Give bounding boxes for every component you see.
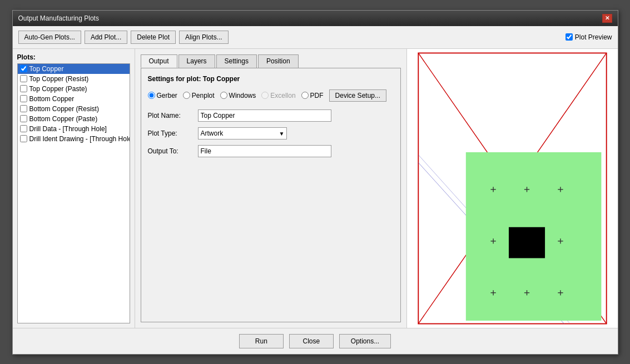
plot-type-row: Plot Type: Artwork Drill Fabrication ▼	[148, 127, 394, 139]
bottom-buttons: Run Close Options...	[13, 328, 618, 354]
delete-plot-button[interactable]: Delete Plot	[131, 31, 176, 44]
svg-rect-23	[508, 227, 544, 258]
windows-radio-label[interactable]: Windows	[220, 92, 256, 99]
add-plot-button[interactable]: Add Plot...	[85, 31, 127, 44]
plot-name-row: Plot Name:	[148, 109, 394, 122]
penplot-radio[interactable]	[183, 92, 190, 99]
left-panel: Plots: Top CopperTop Copper (Resist)Top …	[13, 49, 135, 328]
excellon-label: Excellon	[270, 92, 295, 99]
plot-item-label: Top Copper	[29, 65, 64, 73]
plot-type-select[interactable]: Artwork Drill Fabrication	[198, 127, 287, 139]
plots-list: Top CopperTop Copper (Resist)Top Copper …	[17, 63, 130, 323]
run-button[interactable]: Run	[239, 334, 284, 348]
tab-layers[interactable]: Layers	[178, 54, 215, 68]
plot-list-item[interactable]: Bottom Copper (Paste)	[18, 114, 130, 124]
plot-list-item[interactable]: Bottom Copper (Resist)	[18, 104, 130, 114]
window-title: Output Manufacturing Plots	[18, 14, 99, 22]
plot-name-label: Plot Name:	[148, 112, 198, 119]
plot-list-item[interactable]: Bottom Copper	[18, 94, 130, 104]
plot-item-label: Bottom Copper (Resist)	[29, 105, 99, 113]
plot-preview-checkbox[interactable]	[565, 33, 573, 41]
toolbar: Auto-Gen Plots... Add Plot... Delete Plo…	[13, 26, 618, 49]
plots-label: Plots:	[17, 53, 130, 61]
plot-preview-area: Plot Preview	[565, 33, 612, 41]
plot-list-item[interactable]: Top Copper	[18, 64, 130, 74]
autogen-plots-button[interactable]: Auto-Gen Plots...	[18, 31, 81, 44]
plot-name-input[interactable]	[198, 109, 331, 122]
windows-label: Windows	[229, 92, 256, 99]
penplot-radio-label[interactable]: Penplot	[183, 92, 215, 99]
plot-preview-label: Plot Preview	[575, 33, 612, 41]
tab-settings[interactable]: Settings	[216, 54, 257, 68]
plot-item-checkbox[interactable]	[20, 125, 27, 132]
plot-item-label: Top Copper (Paste)	[29, 85, 87, 93]
plot-item-label: Drill Ident Drawing - [Through Hole	[29, 135, 130, 143]
options-button[interactable]: Options...	[339, 334, 391, 348]
output-to-label: Output To:	[148, 147, 198, 155]
plot-list-item[interactable]: Top Copper (Paste)	[18, 84, 130, 94]
preview-panel	[406, 49, 618, 328]
plot-list-item[interactable]: Top Copper (Resist)	[18, 74, 130, 84]
format-radio-group: Gerber Penplot Windows Excellon	[148, 89, 394, 102]
center-panel: Output Layers Settings Position Settings…	[135, 49, 406, 328]
windows-radio[interactable]	[220, 92, 227, 99]
close-button[interactable]: Close	[289, 334, 334, 348]
plot-type-select-wrapper: Artwork Drill Fabrication ▼	[198, 127, 287, 139]
settings-for-label: Settings for plot: Top Copper	[148, 75, 394, 83]
plot-item-label: Drill Data - [Through Hole]	[29, 125, 107, 133]
gerber-radio-label[interactable]: Gerber	[148, 92, 177, 99]
plot-item-checkbox[interactable]	[20, 105, 27, 112]
gerber-radio[interactable]	[148, 92, 155, 99]
output-to-row: Output To:	[148, 145, 394, 157]
align-plots-button[interactable]: Align Plots...	[179, 31, 229, 44]
main-content: Plots: Top CopperTop Copper (Resist)Top …	[13, 49, 618, 328]
preview-svg	[407, 49, 618, 328]
tabs-bar: Output Layers Settings Position	[141, 54, 401, 68]
plot-list-item[interactable]: Drill Ident Drawing - [Through Hole	[18, 134, 130, 144]
tab-output[interactable]: Output	[141, 54, 177, 68]
pdf-radio-label[interactable]: PDF	[301, 92, 324, 99]
plot-item-checkbox[interactable]	[20, 75, 27, 82]
main-window: Output Manufacturing Plots ✕ Auto-Gen Pl…	[12, 10, 618, 355]
plot-item-label: Bottom Copper	[29, 95, 75, 103]
plot-item-checkbox[interactable]	[20, 85, 27, 92]
plot-type-label: Plot Type:	[148, 129, 198, 137]
tab-content-output: Settings for plot: Top Copper Gerber Pen…	[141, 68, 401, 322]
plot-item-checkbox[interactable]	[20, 95, 27, 102]
excellon-radio[interactable]	[261, 92, 269, 99]
plot-item-label: Bottom Copper (Paste)	[29, 115, 98, 123]
plot-item-checkbox[interactable]	[20, 115, 27, 122]
close-window-button[interactable]: ✕	[602, 14, 612, 23]
plot-item-label: Top Copper (Resist)	[29, 75, 89, 83]
tab-position[interactable]: Position	[258, 54, 299, 68]
pdf-label: PDF	[310, 92, 324, 99]
plot-list-item[interactable]: Drill Data - [Through Hole]	[18, 124, 130, 134]
plot-preview-checkbox-label[interactable]: Plot Preview	[565, 33, 612, 41]
plot-item-checkbox[interactable]	[20, 65, 27, 72]
excellon-radio-label[interactable]: Excellon	[261, 92, 295, 99]
device-setup-button[interactable]: Device Setup...	[329, 89, 386, 102]
title-bar: Output Manufacturing Plots ✕	[13, 11, 618, 26]
gerber-label: Gerber	[157, 92, 177, 99]
plot-item-checkbox[interactable]	[20, 135, 27, 142]
penplot-label: Penplot	[192, 92, 215, 99]
output-to-input[interactable]	[198, 145, 331, 157]
pdf-radio[interactable]	[301, 92, 309, 99]
